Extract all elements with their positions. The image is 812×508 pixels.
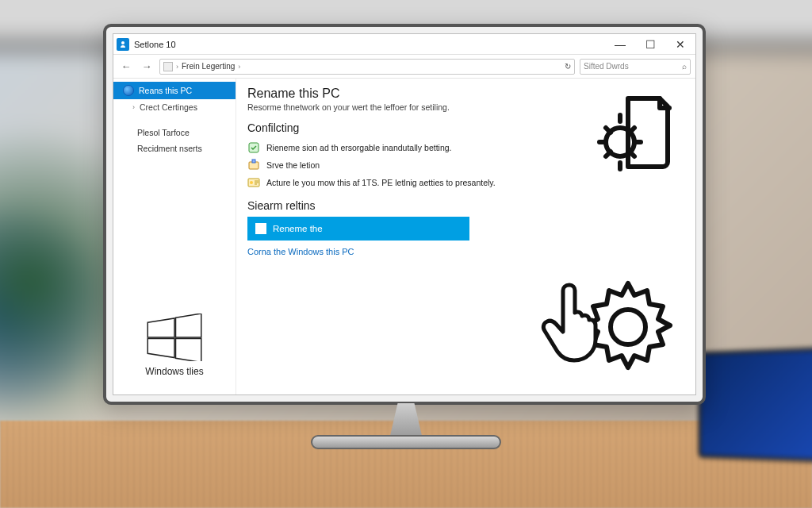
titlebar: Setlone 10 — ☐ ✕ <box>113 34 695 55</box>
sidebar-item-label: Recidment nserts <box>137 144 202 153</box>
app-window: Setlone 10 — ☐ ✕ ← → › Frein Legerting ›… <box>113 33 696 395</box>
address-bar[interactable]: › Frein Legerting › ↻ <box>159 59 575 75</box>
windows-square-icon <box>255 223 266 234</box>
sidebar-footer: Windows tlies <box>113 306 236 391</box>
globe-icon <box>123 85 134 96</box>
monitor-base <box>311 435 501 449</box>
shield-icon <box>247 141 260 154</box>
sidebar-item-rename-pc[interactable]: Reans this PC <box>113 82 236 99</box>
address-icon <box>163 62 173 71</box>
forward-button[interactable]: → <box>139 59 155 75</box>
account-icon <box>247 176 260 189</box>
svg-point-7 <box>611 310 645 344</box>
toolbar: ← → › Frein Legerting › ↻ Sifted Dwrds ⌕ <box>113 55 695 79</box>
sidebar-item-label: Plesol Tarfoce <box>137 128 190 137</box>
chevron-right-icon: › <box>132 103 135 111</box>
setting-label: Srve the letion <box>266 160 320 170</box>
sidebar-item-plesol[interactable]: Plesol Tarfoce <box>113 125 236 140</box>
sidebar-item-recidment[interactable]: Recidment nserts <box>113 140 236 156</box>
sidebar-footer-label: Windows tlies <box>145 366 203 377</box>
window-title: Setlone 10 <box>134 40 176 49</box>
section-heading: Siearm reltins <box>247 199 684 212</box>
sidebar-item-settings[interactable]: › Crect Certinges <box>113 99 236 115</box>
gear-document-icon <box>584 87 680 182</box>
chevron-right-icon: › <box>176 63 178 71</box>
app-icon <box>117 38 129 51</box>
svg-rect-3 <box>252 160 255 163</box>
background-monitor <box>698 346 812 463</box>
rename-button-label: Reneme the <box>273 224 323 233</box>
window-controls: — ☐ ✕ <box>605 34 695 55</box>
sidebar-item-label: Crect Certinges <box>140 102 197 112</box>
disk-icon <box>247 159 260 171</box>
chevron-right-icon: › <box>238 63 240 71</box>
close-button[interactable]: ✕ <box>665 34 695 55</box>
monitor-frame: Setlone 10 — ☐ ✕ ← → › Frein Legerting ›… <box>103 24 706 405</box>
setting-label: Rieneme sion ad th ersorgable inandutall… <box>266 143 451 152</box>
refresh-button[interactable]: ↻ <box>565 62 571 71</box>
svg-point-5 <box>250 181 253 184</box>
pointing-hand-icon <box>538 277 609 364</box>
search-input[interactable]: Sifted Dwrds ⌕ <box>580 59 691 75</box>
sidebar-item-label: Reans this PC <box>139 86 192 95</box>
link-windows-pc[interactable]: Corna the Windows this PC <box>247 247 354 256</box>
sidebar: Reans this PC › Crect Certinges Plesol T… <box>113 79 236 394</box>
maximize-button[interactable]: ☐ <box>635 34 665 55</box>
rename-button[interactable]: Reneme the <box>247 217 469 241</box>
search-icon: ⌕ <box>682 62 687 71</box>
minimize-button[interactable]: — <box>605 34 635 55</box>
windows-logo-icon <box>143 314 206 361</box>
svg-point-0 <box>121 41 124 44</box>
back-button[interactable]: ← <box>118 59 134 75</box>
setting-label: Acture le you mow this af 1TS. PE letlni… <box>266 178 496 187</box>
main-content: Rename this PC Resorme thnetwork on your… <box>236 79 695 394</box>
breadcrumb: Frein Legerting <box>182 62 235 71</box>
search-placeholder: Sifted Dwrds <box>584 62 629 71</box>
